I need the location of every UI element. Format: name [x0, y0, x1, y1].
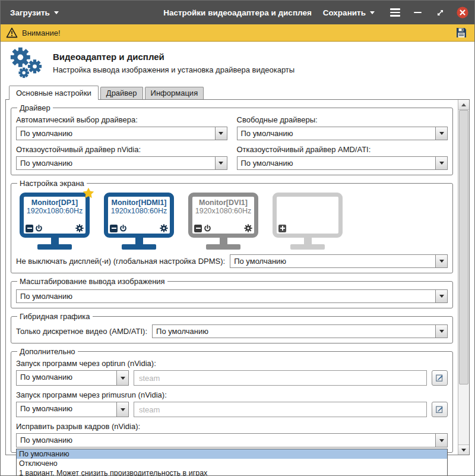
dropdown-option[interactable]: По умолчанию: [17, 449, 447, 459]
monitor-stand: [304, 238, 312, 244]
failsafe-amd-select[interactable]: По умолчанию: [237, 156, 448, 170]
power-icon[interactable]: [35, 225, 43, 232]
chevron-down-icon: [215, 157, 227, 169]
settings-panel: Драйвер Автоматический выбор драйвера: С…: [6, 100, 458, 455]
monitor-screen: Monitor[HDMI1] 1920x1080:60Hz: [104, 193, 174, 238]
auto-driver-label: Автоматический выбор драйвера:: [16, 115, 227, 124]
titlebar: Настройки видеоадаптера и дисплея Загруз…: [1, 1, 474, 24]
warning-bar: Внимание!: [1, 24, 474, 42]
free-driver-label: Свободные драйверы:: [237, 115, 448, 124]
app-window: Настройки видеоадаптера и дисплея Загруз…: [0, 0, 475, 476]
save-menu-button[interactable]: Сохранить: [318, 5, 379, 21]
monitor-base: [37, 244, 72, 250]
tab-content-frame: Драйвер Автоматический выбор драйвера: С…: [5, 99, 470, 455]
page-header: Видеоадаптер и дисплей Настройка вывода …: [1, 42, 474, 84]
remove-monitor-icon[interactable]: [194, 225, 202, 232]
tab-information[interactable]: Информация: [145, 87, 204, 99]
hamburger-icon: [390, 8, 400, 17]
optirun-select[interactable]: По умолчанию: [16, 370, 129, 386]
warning-icon: [6, 27, 18, 38]
scroll-down-button[interactable]: [458, 445, 469, 455]
dropdown-option[interactable]: 1 вариант. Может снизить производительно…: [17, 468, 447, 476]
group-scaling-legend: Масштабирование вывода изображения: [17, 277, 167, 286]
chevron-down-icon: [435, 157, 447, 169]
primusrun-app-input[interactable]: [134, 402, 427, 417]
tab-main-settings[interactable]: Основные настройки: [9, 86, 99, 100]
quick-save-button[interactable]: [454, 26, 469, 40]
vertical-scrollbar[interactable]: [458, 100, 469, 455]
tearfree-label: Исправить разрыв кадров (nVidia):: [16, 422, 448, 431]
close-button[interactable]: [455, 5, 470, 20]
power-icon[interactable]: [119, 225, 127, 232]
tearfree-combo-wrap: По умолчанию По умолчанию Отключено 1 ва…: [16, 433, 448, 447]
monitor-screen: Monitor[DP1] 1920x1080:60Hz: [20, 193, 90, 238]
optirun-app-input[interactable]: [134, 370, 427, 386]
primusrun-select[interactable]: По умолчанию: [16, 402, 129, 417]
close-icon: [456, 6, 469, 19]
monitor-name: Monitor[DP1]: [24, 198, 86, 207]
monitor-base: [290, 244, 325, 250]
minimize-button[interactable]: [410, 5, 425, 20]
hamburger-menu-button[interactable]: [388, 5, 402, 20]
group-screen-legend: Настройка экрана: [17, 179, 87, 188]
failsafe-amd-label: Отказоустойчивый драйвер AMD/ATI:: [237, 145, 448, 154]
group-hybrid-legend: Гибридная графика: [17, 312, 93, 321]
primusrun-edit-button[interactable]: [432, 402, 448, 417]
remove-monitor-icon[interactable]: [110, 225, 118, 232]
monitor-mode: 1920x1080:60Hz: [24, 207, 86, 215]
monitor-name: Monitor[HDMI1]: [108, 198, 170, 207]
gear-icon[interactable]: [244, 224, 252, 232]
gear-icon[interactable]: [75, 224, 84, 232]
chevron-down-icon: [435, 127, 447, 140]
group-scaling: Масштабирование вывода изображения По ум…: [11, 277, 453, 308]
resize-icon: [436, 8, 445, 17]
scrollbar-thumb[interactable]: [459, 110, 468, 384]
monitor-mode: 1920x1080:60Hz: [192, 207, 254, 215]
chevron-down-icon: [116, 371, 128, 385]
group-extra: Дополнительно Запуск программ через opti…: [11, 347, 453, 453]
failsafe-nvidia-select[interactable]: По умолчанию: [16, 156, 227, 170]
scaling-select[interactable]: По умолчанию: [16, 289, 448, 303]
optirun-label: Запуск программ через optirun (nVidia):: [16, 359, 448, 368]
discrete-only-label: Только дискретное видео (AMD/ATI):: [16, 327, 147, 336]
primusrun-label: Запуск программ через primusrun (nVidia)…: [16, 390, 448, 399]
failsafe-nvidia-label: Отказоустойчивый драйвер nVidia:: [16, 145, 227, 154]
load-menu-button[interactable]: Загрузить: [5, 5, 64, 21]
optirun-edit-button[interactable]: [432, 370, 448, 386]
monitor-dvi1[interactable]: Monitor[DVI1] 1920x1080:60Hz: [188, 193, 258, 250]
group-extra-legend: Дополнительно: [17, 347, 78, 356]
scrollbar-track[interactable]: [458, 110, 469, 445]
maximize-button[interactable]: [433, 5, 447, 20]
scroll-up-button[interactable]: [458, 100, 469, 110]
primary-star-icon: [82, 187, 95, 200]
monitor-base: [206, 244, 240, 250]
discrete-only-select[interactable]: По умолчанию: [152, 324, 448, 338]
add-monitor-icon[interactable]: [278, 225, 286, 232]
group-hybrid: Гибридная графика Только дискретное виде…: [11, 312, 453, 343]
chevron-down-icon: [370, 11, 375, 14]
monitor-stand: [51, 238, 59, 244]
power-icon[interactable]: [204, 225, 211, 232]
monitor-dp1[interactable]: Monitor[DP1] 1920x1080:60Hz: [20, 193, 90, 250]
monitor-stand: [135, 238, 143, 244]
tab-bar: Основные настройки Драйвер Информация: [1, 84, 474, 99]
group-screen: Настройка экрана Monitor[DP1] 1920x1080:…: [11, 179, 453, 273]
gear-icon[interactable]: [160, 224, 168, 232]
warning-text: Внимание!: [22, 29, 61, 37]
monitor-add-slot[interactable]: [273, 193, 343, 250]
monitor-stand: [220, 238, 227, 244]
remove-monitor-icon[interactable]: [26, 225, 33, 232]
tab-driver[interactable]: Драйвер: [100, 87, 143, 99]
tearfree-select[interactable]: По умолчанию: [16, 433, 448, 447]
group-driver-legend: Драйвер: [17, 103, 53, 112]
chevron-down-icon: [215, 127, 227, 140]
auto-driver-select[interactable]: По умолчанию: [16, 127, 227, 140]
monitor-hdmi1[interactable]: Monitor[HDMI1] 1920x1080:60Hz: [104, 193, 174, 250]
dpms-label: Не выключать дисплей(-и) (глобальная нас…: [16, 257, 225, 266]
chevron-down-icon: [54, 11, 59, 14]
chevron-down-icon: [435, 434, 447, 447]
dropdown-option[interactable]: Отключено: [17, 459, 447, 468]
monitor-screen: [273, 193, 343, 238]
dpms-select[interactable]: По умолчанию: [230, 254, 448, 268]
free-driver-select[interactable]: По умолчанию: [237, 127, 448, 140]
